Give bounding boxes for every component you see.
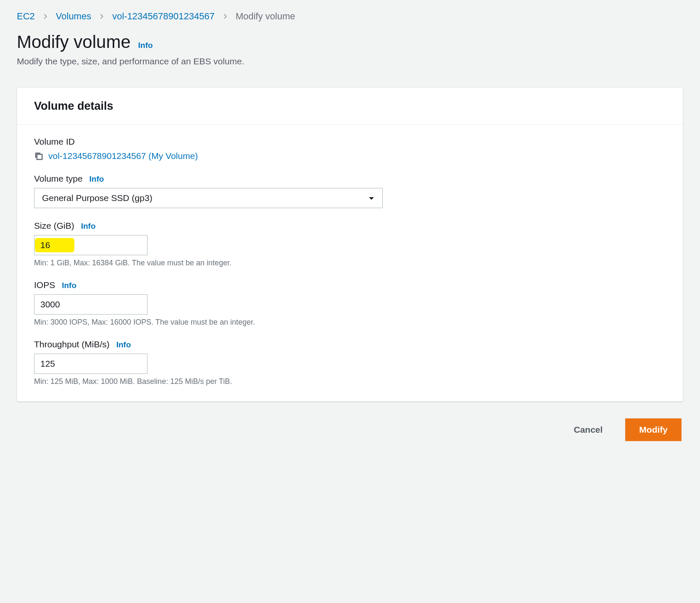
cancel-button[interactable]: Cancel — [563, 419, 613, 441]
iops-hint: Min: 3000 IOPS, Max: 16000 IOPS. The val… — [34, 318, 666, 327]
throughput-label: Throughput (MiB/s) — [34, 339, 110, 349]
breadcrumb: EC2 Volumes vol-12345678901234567 Modify… — [17, 8, 683, 32]
page-description: Modify the type, size, and performance o… — [17, 56, 683, 66]
volume-type-selected-value: General Purpose SSD (gp3) — [42, 193, 153, 203]
volume-type-label: Volume type — [34, 174, 83, 184]
form-actions: Cancel Modify — [17, 418, 683, 441]
field-size: Size (GiB) Info Min: 1 GiB, Max: 16384 G… — [34, 221, 666, 267]
copy-icon[interactable] — [34, 151, 43, 161]
volume-details-panel: Volume details Volume ID vol-12345678901… — [17, 87, 683, 402]
throughput-input[interactable] — [34, 354, 147, 374]
volume-id-label: Volume ID — [34, 137, 75, 147]
throughput-info-link[interactable]: Info — [116, 340, 131, 349]
throughput-hint: Min: 125 MiB, Max: 1000 MiB. Baseline: 1… — [34, 377, 666, 386]
volume-type-info-link[interactable]: Info — [89, 175, 104, 184]
panel-title: Volume details — [34, 100, 666, 113]
panel-header: Volume details — [17, 88, 683, 125]
chevron-right-icon — [42, 12, 48, 21]
volume-type-select[interactable]: General Purpose SSD (gp3) — [34, 188, 383, 208]
size-info-link[interactable]: Info — [81, 222, 96, 231]
iops-label: IOPS — [34, 280, 55, 290]
svg-rect-0 — [37, 154, 42, 159]
iops-input[interactable] — [34, 294, 147, 315]
field-volume-id: Volume ID vol-12345678901234567 (My Volu… — [34, 137, 666, 161]
size-input[interactable] — [34, 235, 147, 255]
page-title: Modify volume — [17, 32, 131, 52]
field-iops: IOPS Info Min: 3000 IOPS, Max: 16000 IOP… — [34, 280, 666, 327]
chevron-right-icon — [222, 12, 228, 21]
size-label: Size (GiB) — [34, 221, 74, 231]
chevron-right-icon — [99, 12, 105, 21]
field-throughput: Throughput (MiB/s) Info Min: 125 MiB, Ma… — [34, 339, 666, 386]
page-root: EC2 Volumes vol-12345678901234567 Modify… — [0, 0, 700, 458]
field-volume-type: Volume type Info General Purpose SSD (gp… — [34, 174, 666, 208]
page-header: Modify volume Info Modify the type, size… — [17, 32, 683, 66]
size-hint: Min: 1 GiB, Max: 16384 GiB. The value mu… — [34, 259, 666, 267]
page-title-info-link[interactable]: Info — [138, 41, 153, 50]
breadcrumb-current: Modify volume — [236, 11, 295, 22]
iops-info-link[interactable]: Info — [62, 281, 76, 290]
breadcrumb-volume-id[interactable]: vol-12345678901234567 — [112, 11, 214, 22]
panel-body: Volume ID vol-12345678901234567 (My Volu… — [17, 125, 683, 401]
breadcrumb-ec2[interactable]: EC2 — [17, 11, 35, 22]
volume-id-link[interactable]: vol-12345678901234567 (My Volume) — [48, 151, 198, 161]
caret-down-icon — [368, 193, 375, 203]
breadcrumb-volumes[interactable]: Volumes — [56, 11, 91, 22]
modify-button[interactable]: Modify — [625, 418, 682, 441]
